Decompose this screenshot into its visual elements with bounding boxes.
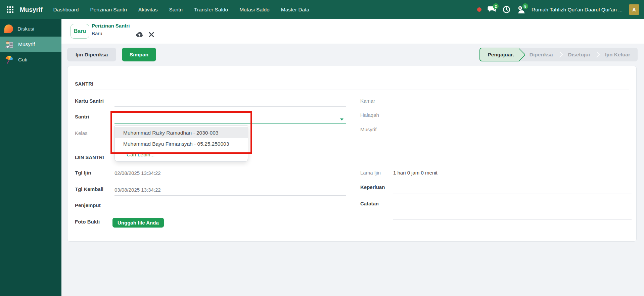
dropdown-option[interactable]: Muhammad Bayu Firmansyah - 05.25.250003 xyxy=(115,138,248,149)
sidebar-item-label: Musyrif xyxy=(18,41,35,47)
santri-label: Santri xyxy=(75,114,89,119)
status-dot-icon xyxy=(477,7,481,12)
sidebar-item-label: Diskusi xyxy=(17,26,34,32)
activity-clock-icon[interactable] xyxy=(502,5,511,14)
dropdown-caret-icon[interactable] xyxy=(340,118,343,120)
breadcrumb-title[interactable]: Perizinan Santri xyxy=(92,23,130,29)
kelas-label: Kelas xyxy=(75,130,88,136)
user-avatar[interactable]: A xyxy=(629,4,639,15)
status-step-disetujui[interactable]: Disetujui xyxy=(561,48,597,61)
tgl-ijin-label: Tgl Ijin xyxy=(75,170,91,176)
santri-dropdown-menu: Muhammad Rizky Ramadhan - 2030-003 Muham… xyxy=(114,125,248,162)
nav-item-mutasi-saldo[interactable]: Mutasi Saldo xyxy=(239,7,270,13)
form-sheet: SANTRI Kartu Santri Santri Kelas Kamar H… xyxy=(67,66,637,242)
record-state-badge[interactable]: Baru xyxy=(71,24,89,39)
foto-bukti-label: Foto Bukti xyxy=(75,219,100,225)
nav-item-dashboard[interactable]: Dashboard xyxy=(53,7,79,13)
lama-ijin-value: 1 hari 0 jam 0 menit xyxy=(393,170,438,176)
penjemput-label: Penjemput xyxy=(75,202,101,208)
clock-icon xyxy=(503,6,510,13)
section-divider xyxy=(75,164,629,164)
messages-icon[interactable]: 2 xyxy=(487,5,496,14)
dropdown-option[interactable]: Muhammad Rizky Ramadhan - 2030-003 xyxy=(115,127,248,138)
santri-combobox-input[interactable] xyxy=(114,123,346,124)
status-step-diperiksa[interactable]: Diperiksa xyxy=(519,48,560,61)
upload-file-button[interactable]: Unggah file Anda xyxy=(112,218,164,228)
message-badge: 2 xyxy=(493,3,499,9)
sidebar-item-musyrif[interactable]: Musyrif xyxy=(0,37,61,52)
dropdown-search-more[interactable]: Cari Lebih... xyxy=(115,149,248,160)
top-navbar: Musyrif Dashboard Perizinan Santri Aktiv… xyxy=(0,0,644,19)
halaqah-label: Halaqah xyxy=(360,112,379,118)
status-pipeline: Pengajuan Diperiksa Disetujui Ijin Kelua… xyxy=(479,48,638,61)
nav-item-perizinan-santri[interactable]: Perizinan Santri xyxy=(90,7,127,13)
simpan-button[interactable]: Simpan xyxy=(122,48,156,61)
sidebar-item-diskusi[interactable]: Diskusi xyxy=(0,21,61,37)
status-step-ijin-keluar[interactable]: Ijin Keluar xyxy=(598,48,638,61)
nav-item-transfer-saldo[interactable]: Transfer Saldo xyxy=(194,7,228,13)
keperluan-input[interactable] xyxy=(393,194,632,194)
catatan-label: Catatan xyxy=(360,201,379,206)
tgl-ijin-input[interactable] xyxy=(114,179,346,179)
kamar-label: Kamar xyxy=(360,98,375,104)
app-window: Musyrif Dashboard Perizinan Santri Aktiv… xyxy=(0,0,644,296)
left-sidebar: Diskusi Musyrif Cuti xyxy=(0,19,61,296)
systray: 2 $ 5 Rumah Tahfizh Qur'an Daarul Qur'an… xyxy=(477,4,639,15)
breadcrumb-bar: Baru Perizinan Santri Baru xyxy=(61,19,644,44)
kartu-santri-label: Kartu Santri xyxy=(75,98,104,104)
catatan-input[interactable] xyxy=(393,219,632,219)
nav-item-aktivitas[interactable]: Aktivitas xyxy=(138,7,158,13)
sidebar-item-label: Cuti xyxy=(18,57,28,63)
company-name[interactable]: Rumah Tahfizh Qur'an Daarul Qur'an ... xyxy=(532,7,623,13)
lama-ijin-label: Lama Ijin xyxy=(360,170,381,176)
musyrif-person-icon xyxy=(4,40,14,49)
cuti-umbrella-icon xyxy=(4,55,14,64)
apps-menu-icon[interactable] xyxy=(7,6,13,13)
section-divider xyxy=(75,90,629,90)
musyrif-label: Musyrif xyxy=(360,127,376,132)
penjemput-input[interactable] xyxy=(114,212,346,212)
tgl-kembali-label: Tgl Kembali xyxy=(75,186,103,192)
status-step-pengajuan[interactable]: Pengajuan xyxy=(479,48,519,61)
main-content: Baru Perizinan Santri Baru Ijin Diperiks… xyxy=(61,19,644,296)
discard-x-icon[interactable] xyxy=(149,32,154,37)
diskusi-bubble-icon xyxy=(4,24,13,33)
app-brand[interactable]: Musyrif xyxy=(20,6,43,13)
ijin-diperiksa-button[interactable]: Ijin Diperiksa xyxy=(67,48,116,61)
sidebar-item-cuti[interactable]: Cuti xyxy=(0,52,61,67)
activity-badge: 5 xyxy=(522,3,528,9)
kartu-santri-input[interactable] xyxy=(114,106,346,107)
save-cloud-icon[interactable] xyxy=(135,31,144,38)
tgl-ijin-value[interactable]: 02/08/2025 13:34:22 xyxy=(114,170,161,176)
tgl-kembali-input[interactable] xyxy=(114,195,346,196)
nav-menu: Dashboard Perizinan Santri Aktivitas San… xyxy=(53,7,310,13)
svg-text:$: $ xyxy=(519,6,521,10)
breadcrumb-record-name: Baru xyxy=(92,31,102,36)
tgl-kembali-value[interactable]: 03/08/2025 13:34:22 xyxy=(114,187,161,193)
keperluan-label: Keperluan xyxy=(360,184,385,190)
nav-item-santri[interactable]: Santri xyxy=(169,7,183,13)
nav-item-master-data[interactable]: Master Data xyxy=(281,7,309,13)
saldo-requests-icon[interactable]: $ 5 xyxy=(517,5,526,14)
section-title-ijin-santri: IJIN SANTRI xyxy=(75,155,104,160)
section-title-santri: SANTRI xyxy=(75,81,93,87)
